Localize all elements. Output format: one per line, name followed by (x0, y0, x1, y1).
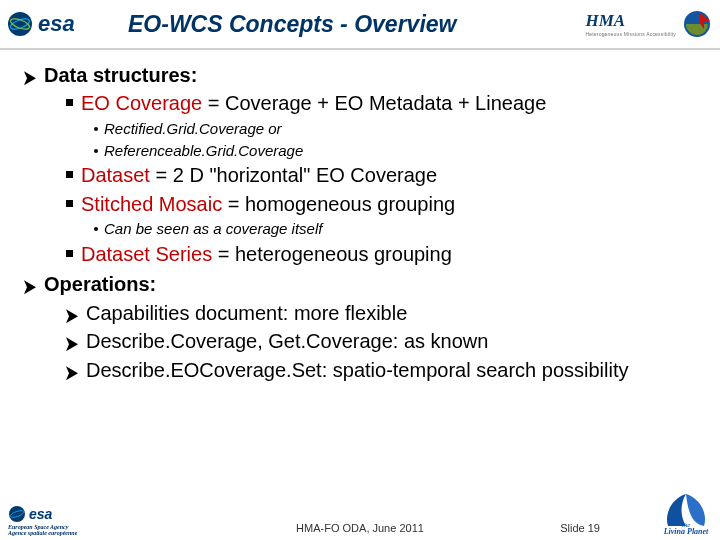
svg-text:esa: esa (29, 506, 53, 522)
arrow-icon (24, 277, 38, 297)
hma-logo-sub: Heterogeneous Missions Accessibility (585, 31, 676, 37)
slide-title: EO-WCS Concepts - Overview (128, 11, 585, 38)
svg-marker-9 (66, 366, 78, 380)
eo-coverage-rest: = Coverage + EO Metadata + Lineage (202, 92, 546, 114)
series-term: Dataset Series (81, 243, 212, 265)
data-structures-label: Data structures: (44, 62, 197, 88)
arrow-icon (24, 68, 38, 88)
hma-logo: HMA Heterogeneous Missions Accessibility (585, 9, 712, 39)
svg-marker-8 (66, 337, 78, 351)
series-text: Dataset Series = heterogeneous grouping (81, 241, 452, 267)
svg-marker-7 (66, 309, 78, 323)
referenceable-text: Referenceable.Grid.Coverage (104, 141, 303, 161)
arrow-icon (66, 306, 80, 326)
footer-slide-number: Slide 19 (560, 522, 600, 534)
coverage-itself-text: Can be seen as a coverage itself (104, 219, 322, 239)
bullet-stitched: Stitched Mosaic = homogeneous grouping (66, 191, 696, 217)
bullet-data-structures: Data structures: (24, 62, 696, 88)
dot-icon (94, 149, 98, 153)
svg-text:esa: esa (38, 11, 75, 36)
arrow-icon (66, 334, 80, 354)
bullet-series: Dataset Series = heterogeneous grouping (66, 241, 696, 267)
slide-body: Data structures: EO Coverage = Coverage … (0, 50, 720, 383)
bullet-rectified: Rectified.Grid.Coverage or (94, 119, 696, 139)
square-icon (66, 250, 73, 257)
slide-header: esa EO-WCS Concepts - Overview HMA Heter… (0, 0, 720, 50)
bullet-op1: Capabilities document: more flexible (66, 300, 696, 326)
bullet-coverage-itself: Can be seen as a coverage itself (94, 219, 696, 239)
dot-icon (94, 127, 98, 131)
op2-text: Describe.Coverage, Get.Coverage: as know… (86, 328, 488, 354)
square-icon (66, 99, 73, 106)
eo-coverage-text: EO Coverage = Coverage + EO Metadata + L… (81, 90, 546, 116)
dataset-text: Dataset = 2 D "horizontal" EO Coverage (81, 162, 437, 188)
operations-label: Operations: (44, 271, 156, 297)
bullet-referenceable: Referenceable.Grid.Coverage (94, 141, 696, 161)
svg-marker-6 (24, 281, 36, 295)
esa-footer-logo: esa (8, 504, 78, 524)
series-rest: = heterogeneous grouping (212, 243, 452, 265)
living-planet-logo: the Living Planet (662, 486, 710, 538)
op1-text: Capabilities document: more flexible (86, 300, 407, 326)
stitched-rest: = homogeneous grouping (222, 193, 455, 215)
bullet-eo-coverage: EO Coverage = Coverage + EO Metadata + L… (66, 90, 696, 116)
bullet-operations: Operations: (24, 271, 696, 297)
dataset-term: Dataset (81, 164, 150, 186)
svg-marker-5 (24, 71, 36, 85)
eo-coverage-term: EO Coverage (81, 92, 202, 114)
op3-text: Describe.EOCoverage.Set: spatio-temporal… (86, 357, 628, 383)
bullet-op2: Describe.Coverage, Get.Coverage: as know… (66, 328, 696, 354)
bullet-op3: Describe.EOCoverage.Set: spatio-temporal… (66, 357, 696, 383)
esa-logo: esa (6, 8, 116, 40)
footer-center: HMA-FO ODA, June 2011 (0, 522, 720, 534)
dot-icon (94, 227, 98, 231)
dataset-rest: = 2 D "horizontal" EO Coverage (150, 164, 437, 186)
stitched-term: Stitched Mosaic (81, 193, 222, 215)
rectified-text: Rectified.Grid.Coverage or (104, 119, 282, 139)
square-icon (66, 171, 73, 178)
slide-footer: esa European Space Agency Agence spatial… (0, 492, 720, 540)
svg-text:Living Planet: Living Planet (663, 527, 709, 534)
square-icon (66, 200, 73, 207)
hma-logo-text: HMA (585, 11, 676, 31)
arrow-icon (66, 363, 80, 383)
bullet-dataset: Dataset = 2 D "horizontal" EO Coverage (66, 162, 696, 188)
stitched-text: Stitched Mosaic = homogeneous grouping (81, 191, 455, 217)
